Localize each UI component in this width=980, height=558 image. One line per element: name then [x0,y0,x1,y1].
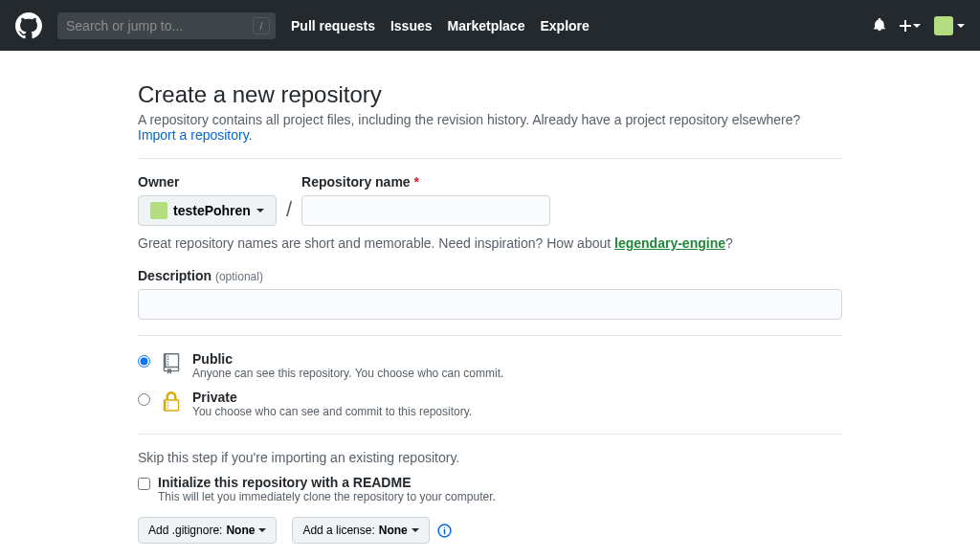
description-input[interactable] [138,289,842,320]
license-select[interactable]: Add a license: None [292,517,429,544]
private-title: Private [192,390,472,405]
search-input[interactable] [57,12,276,39]
nav-explore[interactable]: Explore [540,18,589,33]
lock-icon [160,390,183,413]
repo-icon [160,351,183,374]
name-hint-post: ? [725,235,733,251]
caret-down-icon [256,209,264,212]
required-asterisk: * [414,174,419,190]
page-title: Create a new repository [138,81,842,108]
caret-down-icon [957,24,965,28]
nav-marketplace[interactable]: Marketplace [448,18,525,33]
gitignore-pre: Add .gitignore: [148,524,222,537]
divider [138,335,842,336]
gitignore-value: None [226,524,255,537]
search-container: / [57,12,276,39]
divider [138,434,842,435]
visibility-private-row: Private You choose who can see and commi… [138,390,842,418]
avatar [934,16,953,35]
visibility-public-text: Public Anyone can see this repository. Y… [192,351,503,380]
description-label-text: Description [138,268,212,283]
main-content: Create a new repository A repository con… [122,51,858,558]
import-repository-link[interactable]: Import a repository. [138,127,253,143]
license-value: None [379,524,408,537]
owner-repo-separator: / [284,197,294,226]
template-selectors: Add .gitignore: None Add a license: None [138,517,842,544]
private-desc: You choose who can see and commit to thi… [192,405,472,418]
skip-note: Skip this step if you're importing an ex… [138,450,842,465]
repo-name-input[interactable] [301,195,550,226]
github-logo[interactable] [15,12,42,39]
create-menu[interactable] [900,20,921,32]
page-subhead: A repository contains all project files,… [138,112,842,143]
readme-row: Initialize this repository with a README… [138,475,842,503]
visibility-private-text: Private You choose who can see and commi… [192,390,472,418]
caret-down-icon [913,24,921,28]
info-icon[interactable] [437,524,452,538]
initialize-readme-checkbox[interactable] [138,478,150,490]
search-slash-hint: / [253,17,270,34]
nav-issues[interactable]: Issues [390,18,433,33]
repo-name-label-text: Repository name [301,174,411,190]
global-header: / Pull requests Issues Marketplace Explo… [0,0,980,51]
caret-down-icon [412,528,419,532]
suggested-name-link[interactable]: legendary-engine [614,235,725,251]
name-hint-pre: Great repository names are short and mem… [138,235,614,251]
repo-name-label: Repository name * [301,174,550,190]
readme-title: Initialize this repository with a README [158,475,496,490]
repo-name-field: Repository name * [301,174,550,226]
subhead-text: A repository contains all project files,… [138,112,800,127]
owner-label: Owner [138,174,277,190]
readme-desc: This will let you immediately clone the … [158,490,496,503]
description-field: Description (optional) [138,268,842,320]
gitignore-select[interactable]: Add .gitignore: None [138,517,277,544]
visibility-private-radio[interactable] [138,393,150,406]
owner-name-row: Owner testePohren / Repository name * [138,174,842,226]
owner-select[interactable]: testePohren [138,195,277,226]
owner-name: testePohren [173,203,251,218]
caret-down-icon [258,528,266,532]
primary-nav: Pull requests Issues Marketplace Explore [291,18,590,33]
name-hint: Great repository names are short and mem… [138,235,842,251]
nav-pull-requests[interactable]: Pull requests [291,18,375,33]
optional-text: (optional) [215,270,263,283]
notifications-icon[interactable] [873,18,886,33]
visibility-public-radio[interactable] [138,355,150,368]
license-pre: Add a license: [302,524,374,537]
owner-field: Owner testePohren [138,174,277,226]
user-menu[interactable] [934,16,965,35]
public-title: Public [192,351,503,367]
header-right [873,16,965,35]
divider [138,158,842,159]
description-label: Description (optional) [138,268,842,283]
owner-avatar [150,202,167,219]
svg-point-2 [444,526,445,527]
public-desc: Anyone can see this repository. You choo… [192,367,503,380]
visibility-public-row: Public Anyone can see this repository. Y… [138,351,842,380]
